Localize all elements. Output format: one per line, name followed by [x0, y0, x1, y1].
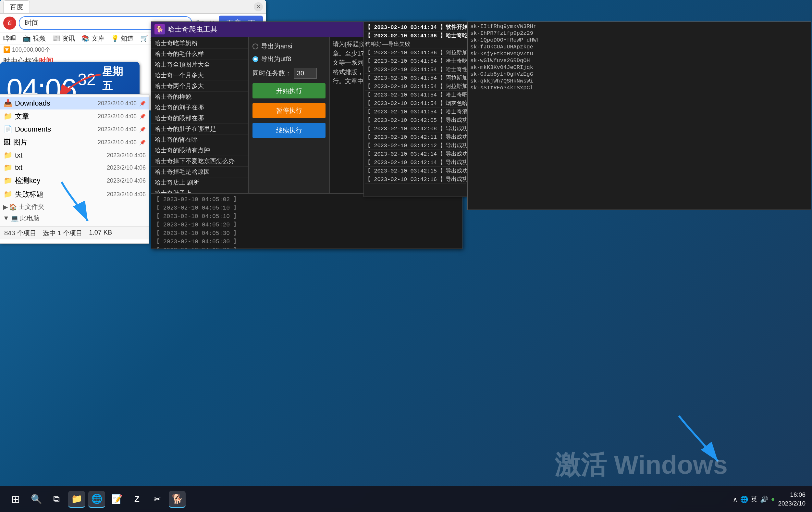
- tray-expand-icon[interactable]: ∧: [733, 495, 738, 503]
- start-button[interactable]: ⊞: [6, 490, 25, 508]
- file-explorer-status: 843 个项目 选中 1 个项目 1.07 KB: [0, 226, 149, 239]
- keyword-item[interactable]: 哈士奇的眼部在哪: [151, 113, 248, 124]
- status-size: 1.07 KB: [89, 229, 112, 238]
- taskbar: ⊞ 🔍 ⧉ 📁 🌐 📝 Z ✂ 🐕 ∧ 🌐 英 🔊 ● 16:06 2023/2…: [0, 486, 812, 512]
- desktop: 百度 ✕ 百 时间 📷 ✕ 百度一下 哔哩 📺 视频 📰 资讯 📚 文库 💡 知…: [0, 0, 812, 512]
- blue-arrow-1: [42, 176, 100, 227]
- rlog-item: 【 2023-02-10 03:42:11 】导出成功：哈士奇图片: [365, 133, 466, 141]
- task-view-icon[interactable]: ⧉: [48, 491, 65, 508]
- file-date-documents: 2023/2/10 4:06: [98, 126, 137, 133]
- close-search-icon[interactable]: ✕: [254, 2, 263, 11]
- keyword-item[interactable]: 哈士奇全顶图片大全: [151, 59, 248, 70]
- log-item: 【 2023-02-10 04:05:10 】: [154, 204, 460, 212]
- file-name-images: 图片: [13, 137, 95, 147]
- section-label-home: 主文件夹: [19, 203, 45, 211]
- keyword-item[interactable]: 哈士奇两个月多大: [151, 81, 248, 91]
- pause-button[interactable]: 暂停执行: [253, 103, 325, 118]
- nav-item-biibili[interactable]: 哔哩: [3, 34, 16, 43]
- tool-title: 哈士奇爬虫工具: [168, 24, 218, 34]
- pin-icon-4: 📌: [139, 139, 146, 145]
- pin-icon-2: 📌: [139, 113, 146, 119]
- rlog-item: 【 2023-02-10 03:41:54 】阿拉斯加和哈士奇——导出失败: [365, 82, 466, 91]
- rlog-item: 【 2023-02-10 03:42:14 】导出成功：狗狗哈士奇图片: [365, 158, 466, 167]
- file-item-images[interactable]: 🖼 图片 2023/2/10 4:06 📌: [0, 135, 149, 149]
- frlog-item: sk-IItfRhq9ymxVW3RHr: [470, 23, 808, 30]
- file-name-documents: Documents: [15, 125, 95, 134]
- rlog-item: 【 2023-02-10 03:41:54 】烟灰色哈士奇——导出失败: [365, 99, 466, 108]
- file-item-documents[interactable]: 📄 Documents 2023/2/10 4:06 📌: [0, 123, 149, 135]
- pin-icon-3: 📌: [139, 126, 146, 133]
- settings-panel: 导出为ansi 导出为utf8 同时任务数： 开始执行 暂停执行 继续执行: [249, 37, 330, 193]
- file-name-downloads: Downloads: [15, 99, 95, 108]
- collapse-icon: ▼: [3, 214, 9, 222]
- export-format-group: 导出为ansi 导出为utf8: [253, 42, 325, 63]
- file-date-key: 2023/2/10 4:06: [107, 178, 146, 184]
- zotero-taskbar-icon[interactable]: Z: [128, 491, 145, 508]
- file-date-images: 2023/2/10 4:06: [98, 139, 137, 146]
- log-item: 【 2023-02-10 04:05:30 】: [154, 229, 460, 237]
- dog-app-taskbar-icon[interactable]: 🐕: [169, 491, 186, 508]
- scissors-taskbar-icon[interactable]: ✂: [149, 491, 166, 508]
- radio-label-ansi: 导出为ansi: [261, 42, 292, 51]
- network-icon[interactable]: 🌐: [740, 495, 748, 503]
- status-total: 843 个项目: [4, 229, 36, 238]
- keyword-item[interactable]: 哈士奇店上 剧所: [151, 178, 248, 188]
- browser-tab[interactable]: 百度: [3, 0, 30, 13]
- baidu-logo: 百: [3, 17, 16, 30]
- green-circle-icon: ●: [771, 495, 775, 503]
- lang-icon[interactable]: 英: [751, 495, 757, 504]
- nav-item-video[interactable]: 📺 视频: [23, 34, 46, 43]
- far-right-log-window: sk-IItfRhq9ymxVW3RHr sk-IhPR7fzLfp9p2z29…: [467, 22, 811, 210]
- blue-arrow-2: [669, 409, 728, 468]
- keyword-panel: 哈士奇吃羊奶粉 哈士奇的毛什么样 哈士奇全顶图片大全 哈士奇一个月多大 哈士奇两…: [151, 37, 249, 193]
- keyword-item[interactable]: 哈士奇肚子上: [151, 188, 248, 193]
- rlog-item: 【 2023-02-10 03:42:14 】导出成功：买哈士奇: [365, 150, 466, 158]
- search-taskbar-icon[interactable]: 🔍: [28, 491, 45, 508]
- keyword-item[interactable]: 哈士奇一个月多大: [151, 70, 248, 81]
- nav-item-news[interactable]: 📰 资讯: [52, 34, 75, 43]
- keyword-item[interactable]: 哈士奇的样貌: [151, 91, 248, 102]
- rlog-item: 【 2023-02-10 03:41:34 】软件开始启动: [365, 23, 466, 31]
- edge-taskbar-icon[interactable]: 🌐: [88, 491, 105, 508]
- keyword-item[interactable]: 哈士奇吃羊奶粉: [151, 38, 248, 49]
- frlog-item: sk-wGlWfuve26RDqOH: [470, 57, 808, 64]
- keyword-item[interactable]: 哈士奇掉毛是啥原因: [151, 167, 248, 178]
- file-item-downloads[interactable]: 📥 Downloads 2023/2/10 4:06 📌: [0, 97, 149, 109]
- folder-icon-failed: 📁: [4, 190, 12, 198]
- taskbar-clock[interactable]: 16:06 2023/2/10: [778, 490, 806, 508]
- rlog-item: 【 2023-02-10 03:42:16 】导出成功：北京哈士奇小: [365, 175, 466, 184]
- start-button[interactable]: 开始执行: [253, 83, 325, 99]
- continue-button[interactable]: 继续执行: [253, 123, 325, 138]
- file-item-txt1[interactable]: 📁 txt 2023/2/10 4:06: [0, 149, 149, 161]
- file-item-article[interactable]: 📁 文章 2023/2/10 4:06 📌: [0, 109, 149, 123]
- right-log-window: 【 2023-02-10 03:41:34 】软件开始启动 【 2023-02-…: [364, 22, 467, 197]
- expand-icon: ▶: [3, 203, 8, 211]
- radio-ansi[interactable]: 导出为ansi: [253, 42, 325, 51]
- log-item: 【 2023-02-10 04:05:30 】: [154, 237, 460, 246]
- keyword-item[interactable]: 哈士奇的肚子在哪里是: [151, 124, 248, 135]
- rlog-item: 【 2023-02-10 03:41:54 】哈士奇性格——导出失败: [365, 65, 466, 74]
- radio-utf8[interactable]: 导出为utf8: [253, 55, 325, 63]
- keyword-item[interactable]: 哈士奇掉下不爱吃东西怎么办: [151, 156, 248, 167]
- keyword-item[interactable]: 哈士奇的肾在哪: [151, 135, 248, 145]
- taskbar-time: 16:06: [778, 490, 806, 499]
- file-explorer-taskbar-icon[interactable]: 📁: [68, 491, 85, 508]
- keyword-item[interactable]: 哈士奇的毛什么样: [151, 49, 248, 59]
- nav-item-know[interactable]: 💡 知道: [111, 34, 134, 43]
- keyword-item[interactable]: 哈士奇的刘子在哪: [151, 102, 248, 113]
- bottom-log-area: 【 2023-02-10 04:05:02 】 【 2023-02-10 04:…: [151, 193, 462, 248]
- notepad-taskbar-icon[interactable]: 📝: [108, 491, 125, 508]
- keyword-item[interactable]: 哈士奇的眼睛有点肿: [151, 145, 248, 156]
- frlog-item: sk-sSTtREo34kISxpCl: [470, 84, 808, 91]
- concurrent-input[interactable]: [294, 68, 317, 79]
- log-item: 【 2023-02-10 04:05:38 】: [154, 246, 460, 248]
- speaker-icon[interactable]: 🔊: [760, 495, 768, 503]
- home-icon: 🏠: [9, 203, 17, 211]
- radio-circle-utf8: [253, 56, 258, 62]
- nav-item-library[interactable]: 📚 文库: [82, 34, 105, 43]
- computer-icon: 💻: [11, 214, 19, 222]
- file-item-txt2[interactable]: 📁 txt 2023/2/10 4:06: [0, 161, 149, 174]
- frlog-item: sk-mkK3Kv04JeCRIjqk: [470, 64, 808, 71]
- images-icon: 🖼: [4, 138, 11, 146]
- file-name-txt2: txt: [15, 163, 104, 172]
